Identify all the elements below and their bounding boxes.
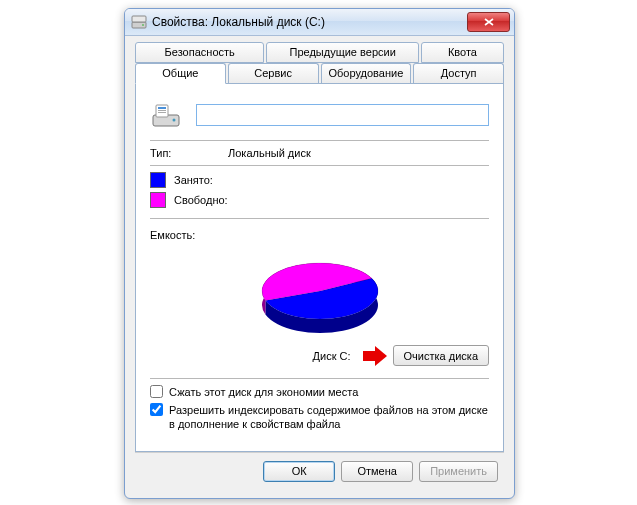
tab-previous-versions[interactable]: Предыдущие версии <box>266 42 419 63</box>
type-label: Тип: <box>150 147 228 159</box>
svg-rect-1 <box>132 16 146 22</box>
separator <box>150 140 489 141</box>
window-title: Свойства: Локальный диск (C:) <box>152 15 467 29</box>
disk-cleanup-button[interactable]: Очистка диска <box>393 345 489 366</box>
tab-general[interactable]: Общие <box>135 63 226 84</box>
properties-window: Свойства: Локальный диск (C:) Безопаснос… <box>124 8 515 499</box>
titlebar[interactable]: Свойства: Локальный диск (C:) <box>125 9 514 36</box>
compress-checkbox[interactable] <box>150 385 163 398</box>
capacity-label: Емкость: <box>150 229 489 241</box>
index-label[interactable]: Разрешить индексировать содержимое файло… <box>169 403 489 431</box>
free-swatch <box>150 192 166 208</box>
svg-point-2 <box>142 24 144 26</box>
ok-button[interactable]: ОК <box>263 461 335 482</box>
arrow-right-icon <box>363 351 375 361</box>
cancel-button[interactable]: Отмена <box>341 461 413 482</box>
tab-row-upper: Безопасность Предыдущие версии Квота <box>135 42 504 63</box>
apply-button[interactable]: Применить <box>419 461 498 482</box>
index-checkbox[interactable] <box>150 403 163 416</box>
svg-rect-6 <box>158 107 166 109</box>
tab-quota[interactable]: Квота <box>421 42 504 63</box>
separator <box>150 378 489 379</box>
tab-access[interactable]: Доступ <box>413 63 504 83</box>
svg-point-4 <box>173 119 176 122</box>
tab-security[interactable]: Безопасность <box>135 42 264 63</box>
tab-hardware[interactable]: Оборудование <box>321 63 412 83</box>
used-label: Занято: <box>174 174 213 186</box>
usage-pie-chart <box>250 253 390 341</box>
tab-panel-general: Тип: Локальный диск Занято: Свободно: Ем… <box>135 83 504 452</box>
tab-row-lower: Общие Сервис Оборудование Доступ <box>135 63 504 83</box>
used-swatch <box>150 172 166 188</box>
type-value: Локальный диск <box>228 147 311 159</box>
svg-rect-8 <box>158 112 166 113</box>
compress-label[interactable]: Сжать этот диск для экономии места <box>169 385 489 399</box>
close-button[interactable] <box>467 12 510 32</box>
separator <box>150 165 489 166</box>
tab-service[interactable]: Сервис <box>228 63 319 83</box>
svg-rect-7 <box>158 110 166 111</box>
volume-name-input[interactable] <box>196 104 489 126</box>
disk-caption: Диск C: <box>313 350 351 362</box>
separator <box>150 218 489 219</box>
free-label: Свободно: <box>174 194 228 206</box>
dialog-footer: ОК Отмена Применить <box>135 452 504 489</box>
drive-icon-small <box>131 14 147 30</box>
drive-icon <box>150 99 182 131</box>
